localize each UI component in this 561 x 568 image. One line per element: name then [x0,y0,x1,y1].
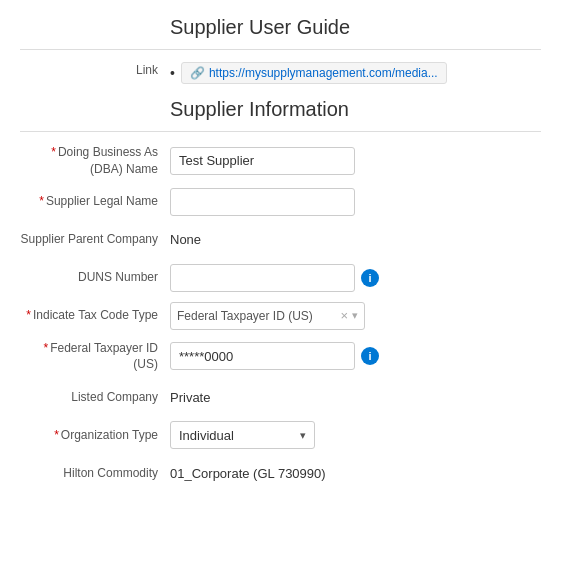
indicate-tax-arrow-icon[interactable]: ▾ [352,309,358,322]
supplier-legal-value [170,188,541,216]
duns-value: i [170,264,541,292]
federal-tax-info-icon[interactable]: i [361,347,379,365]
listed-company-row: Listed Company Private [20,383,541,411]
indicate-tax-row: *Indicate Tax Code Type Federal Taxpayer… [20,302,541,330]
listed-company-text: Private [170,390,210,405]
indicate-tax-select[interactable]: Federal Taxpayer ID (US) × ▾ [170,302,365,330]
hilton-text: 01_Corporate (GL 730990) [170,466,326,481]
divider-top [20,49,541,50]
federal-tax-required-star: * [43,341,48,355]
indicate-tax-selected-value: Federal Taxpayer ID (US) [177,309,340,323]
supplier-legal-label: *Supplier Legal Name [20,193,170,210]
org-type-arrow-icon[interactable]: ▾ [300,429,306,442]
federal-tax-row: *Federal Taxpayer ID (US) i [20,340,541,374]
indicate-tax-required-star: * [26,308,31,322]
supplier-legal-row: *Supplier Legal Name [20,188,541,216]
duns-input[interactable] [170,264,355,292]
org-type-value: Individual ▾ [170,421,541,449]
org-type-row: *Organization Type Individual ▾ [20,421,541,449]
supplier-parent-text: None [170,232,201,247]
dba-label: *Doing Business As (DBA) Name [20,144,170,178]
dba-required-star: * [51,145,56,159]
hilton-row: Hilton Commodity 01_Corporate (GL 730990… [20,459,541,487]
org-type-selected-value: Individual [179,428,300,443]
duns-info-icon[interactable]: i [361,269,379,287]
indicate-tax-value: Federal Taxpayer ID (US) × ▾ [170,302,541,330]
link-bullet: • [170,65,175,81]
duns-row: DUNS Number i [20,264,541,292]
federal-tax-value: i [170,342,541,370]
supplier-parent-label: Supplier Parent Company [20,231,170,248]
hilton-label: Hilton Commodity [20,465,170,482]
link-label: Link [20,62,170,79]
link-url-text: https://mysupplymanagement.com/media... [209,66,438,80]
listed-company-label: Listed Company [20,389,170,406]
supplier-info-title: Supplier Information [20,98,541,121]
listed-company-value: Private [170,390,541,405]
org-type-label: *Organization Type [20,427,170,444]
supplier-parent-row: Supplier Parent Company None [20,226,541,254]
dba-row: *Doing Business As (DBA) Name [20,144,541,178]
federal-tax-input[interactable] [170,342,355,370]
indicate-tax-clear-icon[interactable]: × [340,308,348,323]
user-guide-title: Supplier User Guide [20,16,541,39]
federal-tax-label: *Federal Taxpayer ID (US) [20,340,170,374]
supplier-legal-input[interactable] [170,188,355,216]
link-icon: 🔗 [190,66,205,80]
link-row: Link • 🔗 https://mysupplymanagement.com/… [20,62,541,84]
divider-supplier [20,131,541,132]
hilton-value: 01_Corporate (GL 730990) [170,466,541,481]
dba-value [170,147,541,175]
org-type-select[interactable]: Individual ▾ [170,421,315,449]
supplier-legal-required-star: * [39,194,44,208]
indicate-tax-label: *Indicate Tax Code Type [20,307,170,324]
dba-input[interactable] [170,147,355,175]
link-content: • 🔗 https://mysupplymanagement.com/media… [170,62,447,84]
org-type-required-star: * [54,428,59,442]
page-container: Supplier User Guide Link • 🔗 https://mys… [0,0,561,513]
link-url-button[interactable]: 🔗 https://mysupplymanagement.com/media..… [181,62,447,84]
duns-label: DUNS Number [20,269,170,286]
supplier-parent-value: None [170,232,541,247]
